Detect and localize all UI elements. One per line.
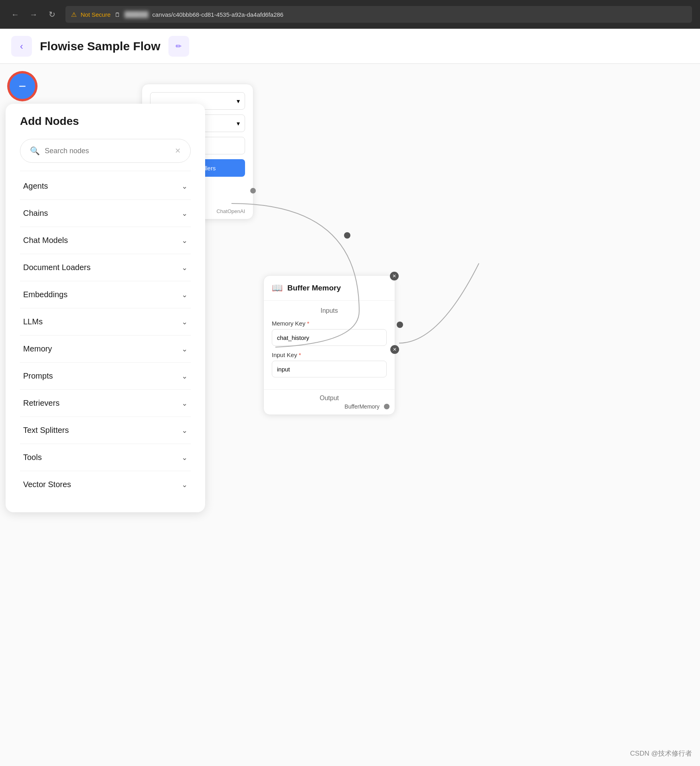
back-nav-button[interactable]: ←	[8, 7, 22, 22]
buffer-node-body: Inputs Memory Key * Input Key *	[264, 301, 395, 389]
category-label: Document Loaders	[23, 263, 91, 272]
chevron-down-icon: ▾	[237, 97, 240, 105]
minus-button[interactable]: −	[8, 72, 37, 101]
search-icon: 🔍	[30, 146, 40, 156]
app-title: Flowise Sample Flow	[40, 39, 160, 53]
inputs-label: Inputs	[272, 307, 387, 314]
output-section: Output BufferMemory	[264, 389, 395, 415]
category-item-tools[interactable]: Tools ⌄	[20, 444, 191, 471]
chevron-down-icon: ⌄	[182, 372, 188, 381]
app-header: ‹ Flowise Sample Flow ✏	[0, 29, 700, 64]
category-label: Retrievers	[23, 399, 59, 408]
category-item-chains[interactable]: Chains ⌄	[20, 200, 191, 227]
input-key-label: Input Key *	[272, 351, 387, 358]
chevron-down-icon: ⌄	[182, 426, 188, 435]
minus-icon: −	[19, 80, 26, 93]
category-label: Chat Models	[23, 236, 68, 245]
chevron-down-icon: ⌄	[182, 480, 188, 489]
category-label: Chains	[23, 209, 48, 218]
watermark: CSDN @技术修行者	[630, 749, 692, 758]
buffer-book-icon: 📖	[272, 283, 283, 293]
refresh-nav-button[interactable]: ↻	[45, 7, 59, 22]
address-bar[interactable]: ⚠ Not Secure 🗒 ██████ canvas/c40bbb68-cd…	[65, 6, 692, 23]
category-label: Memory	[23, 344, 52, 353]
address-path: canvas/c40bbb68-cd81-4535-a92a-da4afd6fa…	[152, 11, 284, 18]
add-nodes-panel: Add Nodes 🔍 ✕ Agents ⌄ Chains ⌄ Chat Mod…	[6, 104, 205, 512]
input-key-star: *	[299, 351, 301, 358]
category-label: LLMs	[23, 317, 43, 326]
chevron-down-icon: ⌄	[182, 236, 188, 245]
category-label: Text Splitters	[23, 426, 69, 435]
forward-nav-button[interactable]: →	[26, 7, 41, 22]
category-label: Vector Stores	[23, 480, 71, 489]
edit-button[interactable]: ✏	[168, 36, 189, 57]
buffer-node-title: Buffer Memory	[287, 284, 341, 292]
connector-dot-right	[250, 188, 256, 193]
clear-icon[interactable]: ✕	[175, 146, 181, 155]
buffer-node-header: 📖 Buffer Memory	[264, 276, 395, 301]
canvas-area: − Add Nodes 🔍 ✕ Agents ⌄ Chains ⌄ Chat M…	[0, 64, 700, 766]
memory-key-label: Memory Key *	[272, 320, 387, 327]
memory-key-star: *	[307, 320, 309, 327]
chevron-down-icon: ⌄	[182, 345, 188, 353]
divider	[20, 171, 191, 171]
category-item-chat-models[interactable]: Chat Models ⌄	[20, 227, 191, 254]
svg-point-1	[397, 322, 403, 328]
category-label: Agents	[23, 182, 48, 191]
category-item-vector-stores[interactable]: Vector Stores ⌄	[20, 471, 191, 498]
chevron-down-icon: ⌄	[182, 182, 188, 191]
chevron-down-icon: ⌄	[182, 209, 188, 218]
output-label: Output	[272, 395, 387, 402]
chevron-down-icon: ⌄	[182, 290, 188, 299]
input-key-input[interactable]	[272, 361, 387, 377]
category-label: Tools	[23, 453, 42, 462]
category-item-memory[interactable]: Memory ⌄	[20, 336, 191, 363]
lock-icon: ⚠	[71, 11, 77, 18]
back-icon: ‹	[20, 41, 23, 52]
memory-key-input[interactable]	[272, 329, 387, 346]
categories-list: Agents ⌄ Chains ⌄ Chat Models ⌄ Document…	[20, 173, 191, 498]
back-button[interactable]: ‹	[11, 36, 32, 57]
search-box[interactable]: 🔍 ✕	[20, 139, 191, 163]
favicon-icon: 🗒	[115, 11, 121, 18]
browser-nav: ← → ↻	[8, 7, 59, 22]
category-item-document-loaders[interactable]: Document Loaders ⌄	[20, 254, 191, 281]
buffer-output-connector	[384, 404, 390, 409]
category-label: Embeddings	[23, 290, 67, 299]
category-item-prompts[interactable]: Prompts ⌄	[20, 363, 191, 390]
category-item-embeddings[interactable]: Embeddings ⌄	[20, 281, 191, 308]
chevron-down-icon: ⌄	[182, 318, 188, 326]
edit-icon: ✏	[176, 42, 182, 51]
buffer-node-right-close[interactable]: ✕	[390, 345, 399, 354]
buffer-memory-connector-label: BufferMemory	[344, 403, 380, 410]
address-blur: ██████	[125, 11, 148, 18]
buffer-node-close[interactable]: ✕	[390, 272, 399, 280]
browser-bar: ← → ↻ ⚠ Not Secure 🗒 ██████ canvas/c40bb…	[0, 0, 700, 29]
category-item-llms[interactable]: LLMs ⌄	[20, 308, 191, 336]
category-item-retrievers[interactable]: Retrievers ⌄	[20, 390, 191, 417]
category-label: Prompts	[23, 371, 53, 381]
svg-point-0	[344, 232, 350, 239]
category-item-agents[interactable]: Agents ⌄	[20, 173, 191, 200]
chevron-down-icon: ⌄	[182, 453, 188, 462]
buffer-memory-node: ✕ ✕ 📖 Buffer Memory Inputs Memory Key * …	[263, 275, 395, 415]
panel-title: Add Nodes	[20, 115, 191, 128]
chevron-down-icon: ⌄	[182, 263, 188, 272]
chevron-down-icon: ⌄	[182, 399, 188, 408]
connector-wrapper: BufferMemory	[272, 403, 387, 410]
security-label: Not Secure	[81, 11, 111, 18]
chat-openai-label: ChatOpenAI	[216, 208, 245, 214]
category-item-text-splitters[interactable]: Text Splitters ⌄	[20, 417, 191, 444]
search-input[interactable]	[45, 147, 170, 155]
chevron-down-icon-2: ▾	[237, 120, 240, 127]
